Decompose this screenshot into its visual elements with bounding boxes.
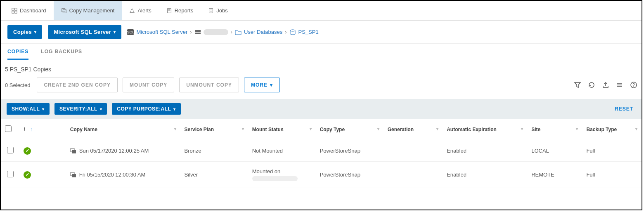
- copies-count: 5 PS_SP1 Copies: [1, 60, 642, 75]
- cell-copy-name: Fri 05/15/2020 12:00:30 AM: [79, 172, 145, 178]
- server-dropdown-button[interactable]: Microsoft SQL Server ▾: [48, 25, 121, 39]
- copy-icon: [70, 148, 77, 154]
- row-checkbox[interactable]: [7, 147, 14, 153]
- breadcrumb-sep: ›: [190, 29, 192, 35]
- chevron-down-icon: ▾: [270, 82, 273, 88]
- chevron-down-icon: ▾: [100, 107, 102, 111]
- status-ok-icon: [24, 147, 31, 155]
- col-status-label: !: [24, 127, 25, 132]
- list-view-icon[interactable]: [616, 81, 623, 89]
- filter-copy-purpose-label: COPY PURPOSE:ALL: [117, 106, 171, 112]
- filter-caret-icon: ▾: [377, 127, 379, 131]
- tab-reports-label: Reports: [175, 7, 194, 14]
- filter-caret-icon: ▾: [635, 127, 637, 131]
- col-status[interactable]: ! ↑: [19, 119, 66, 140]
- select-all-checkbox[interactable]: [5, 125, 12, 132]
- breadcrumb-folder[interactable]: User Databases: [244, 29, 282, 35]
- col-mount-status[interactable]: Mount Status▾: [248, 119, 316, 140]
- table-row[interactable]: Fri 05/15/2020 12:00:30 AM Silver Mounte…: [1, 162, 642, 188]
- svg-text:?: ?: [632, 83, 635, 87]
- unmount-copy-button[interactable]: UNMOUNT COPY: [179, 78, 239, 92]
- col-copy-type[interactable]: Copy Type▾: [316, 119, 384, 140]
- help-icon[interactable]: ?: [630, 81, 637, 89]
- svg-point-14: [290, 30, 295, 31]
- svg-rect-13: [195, 33, 201, 34]
- col-exp-label: Automatic Expiration: [447, 127, 497, 132]
- filter-severity-label: SEVERITY:ALL: [59, 106, 97, 112]
- svg-rect-3: [15, 11, 17, 13]
- filter-severity[interactable]: SEVERITY:ALL ▾: [54, 103, 107, 115]
- export-icon[interactable]: [602, 81, 609, 89]
- tab-dashboard[interactable]: Dashboard: [4, 1, 54, 20]
- cell-auto-exp: Enabled: [443, 162, 527, 188]
- col-service-plan[interactable]: Service Plan▾: [180, 119, 248, 140]
- filter-bar: SHOW:ALL ▾ SEVERITY:ALL ▾ COPY PURPOSE:A…: [1, 99, 642, 119]
- server-icon: [194, 29, 201, 35]
- col-gen-label: Generation: [388, 127, 414, 132]
- sub-nav: Copies ▾ Microsoft SQL Server ▾ SQL Micr…: [1, 21, 642, 44]
- row-checkbox[interactable]: [7, 171, 14, 177]
- copies-dropdown-button[interactable]: Copies ▾: [7, 25, 42, 39]
- filter-show-label: SHOW:ALL: [12, 106, 40, 112]
- cell-backup-type: Full: [582, 162, 642, 188]
- more-label: MORE: [251, 82, 268, 88]
- col-ct-label: Copy Type: [320, 127, 345, 132]
- svg-rect-21: [72, 150, 76, 153]
- tab-dashboard-label: Dashboard: [20, 7, 46, 14]
- col-auto-expiration[interactable]: Automatic Expiration▾: [443, 119, 527, 140]
- col-site[interactable]: Site▾: [527, 119, 582, 140]
- cell-site: LOCAL: [527, 140, 582, 162]
- cell-copy-type: PowerStoreSnap: [316, 162, 384, 188]
- col-bt-label: Backup Type: [586, 127, 617, 132]
- tab-jobs[interactable]: Jobs: [201, 1, 235, 20]
- jobs-icon: [208, 8, 214, 14]
- table-row[interactable]: Sun 05/17/2020 12:00:25 AM Bronze Not Mo…: [1, 140, 642, 162]
- tab-jobs-label: Jobs: [216, 7, 227, 14]
- more-button[interactable]: MORE ▾: [244, 78, 280, 92]
- filter-caret-icon: ▾: [521, 127, 523, 131]
- breadcrumb-server-redacted: [204, 29, 228, 35]
- copy-icon: [70, 172, 77, 178]
- col-backup-type[interactable]: Backup Type▾: [582, 119, 642, 140]
- breadcrumb-sep: ›: [231, 29, 232, 35]
- create-2nd-gen-button[interactable]: CREATE 2ND GEN COPY: [37, 78, 117, 92]
- col-sp-label: Service Plan: [185, 127, 214, 132]
- refresh-icon[interactable]: [588, 81, 595, 89]
- reset-filters[interactable]: RESET: [615, 106, 636, 112]
- col-select-all[interactable]: [1, 119, 19, 140]
- svg-rect-23: [72, 174, 76, 177]
- mount-copy-button[interactable]: MOUNT COPY: [123, 78, 174, 92]
- selected-count: 0 Selected: [5, 82, 30, 88]
- database-icon: [289, 29, 296, 35]
- breadcrumb-root[interactable]: Microsoft SQL Server: [136, 29, 187, 35]
- top-nav: Dashboard Copy Management Alerts Reports…: [1, 1, 642, 21]
- breadcrumb-sep: ›: [285, 29, 286, 35]
- col-copy-name[interactable]: Copy Name▾: [66, 119, 180, 140]
- copies-table: ! ↑ Copy Name▾ Service Plan▾ Mount Statu…: [1, 119, 642, 188]
- filter-copy-purpose[interactable]: COPY PURPOSE:ALL ▾: [112, 103, 181, 115]
- tab-copy-management[interactable]: Copy Management: [54, 1, 122, 20]
- cell-site: REMOTE: [527, 162, 582, 188]
- col-generation[interactable]: Generation▾: [384, 119, 443, 140]
- inner-tab-log-backups[interactable]: LOG BACKUPS: [41, 49, 82, 60]
- chevron-down-icon: ▾: [34, 30, 36, 34]
- svg-rect-12: [195, 30, 201, 32]
- folder-icon: [235, 29, 242, 35]
- svg-rect-4: [62, 8, 65, 12]
- filter-show[interactable]: SHOW:ALL ▾: [7, 103, 50, 115]
- breadcrumb-leaf[interactable]: PS_SP1: [298, 29, 319, 35]
- svg-rect-0: [12, 8, 14, 10]
- inner-tab-copies[interactable]: COPIES: [7, 49, 28, 60]
- col-site-label: Site: [531, 127, 540, 132]
- filter-caret-icon: ▾: [576, 127, 578, 131]
- svg-rect-9: [209, 8, 213, 13]
- tab-alerts[interactable]: Alerts: [122, 1, 159, 20]
- filter-icon[interactable]: [574, 81, 581, 89]
- toolbar-icons: ?: [574, 81, 637, 89]
- sort-asc-icon: ↑: [30, 127, 32, 132]
- tab-reports[interactable]: Reports: [159, 1, 201, 20]
- filter-caret-icon: ▾: [174, 127, 176, 131]
- chevron-down-icon: ▾: [42, 107, 45, 111]
- svg-rect-2: [12, 11, 14, 13]
- cell-generation: [384, 140, 443, 162]
